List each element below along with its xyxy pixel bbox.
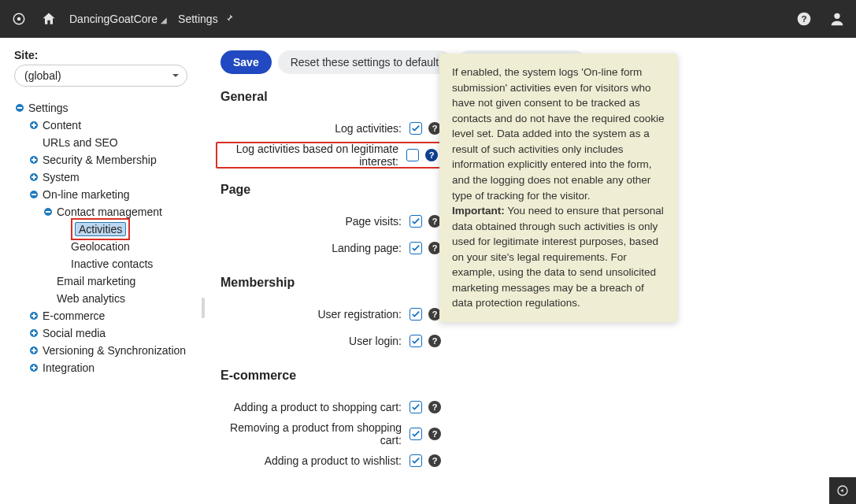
spacer-icon [43,293,54,304]
label-landing-page: Landing page: [220,242,409,254]
tree-label: Versioning & Synchronization [43,342,186,359]
tree-label: On-line marketing [43,186,130,203]
label-log-activities: Log activities: [220,122,409,135]
checkbox-page-visits[interactable] [409,215,422,228]
checkbox-landing-page[interactable] [409,242,422,254]
tooltip-important-label: Important: [452,205,505,217]
breadcrumb-site-label: DancingGoatCore [69,13,157,25]
checkbox-add-to-wishlist[interactable] [409,454,422,467]
checkbox-user-registration[interactable] [409,308,422,321]
expand-icon[interactable] [28,362,39,373]
spacer-icon [43,276,54,287]
checkbox-user-login[interactable] [409,335,422,347]
app-launcher-icon[interactable] [9,9,28,28]
tree-item-email-marketing[interactable]: Email marketing [14,272,192,290]
tree-label: Inactive contacts [71,255,153,272]
breadcrumb-page-label: Settings [178,13,218,25]
tree-label: URLs and SEO [43,134,118,151]
svg-point-1 [17,17,21,21]
section-title-ecommerce: E-commerce [220,369,837,383]
checkbox-log-legitimate-interest[interactable] [406,149,419,161]
expand-icon[interactable] [14,102,25,113]
tree-item-activities[interactable]: Activities [14,220,192,238]
expand-icon[interactable] [28,310,39,321]
help-icon[interactable]: ? [428,401,441,413]
expand-icon[interactable] [28,345,39,356]
tree-item-urls[interactable]: URLs and SEO [14,134,192,151]
spacer-icon [57,258,68,269]
site-selector[interactable]: (global) [14,65,187,87]
label-log-legitimate-interest: Log activities based on legitimate inter… [222,143,406,168]
sidebar: Site: (global) Settings Content URLs and… [0,38,202,504]
label-user-registration: User registration: [220,308,409,321]
caret-down-icon: ◢ [161,16,167,24]
tree-label: Email marketing [57,272,135,290]
svg-point-4 [834,13,839,19]
help-icon[interactable]: ? [795,9,813,28]
expand-icon[interactable] [28,172,39,183]
tree-item-integration[interactable]: Integration [14,359,192,376]
tree-label: Content [43,117,81,134]
tooltip-text-1: If enabled, the system logs 'On-line for… [452,66,664,202]
tree-label: Web analytics [57,290,125,307]
site-selector-label: Site: [14,49,192,61]
tree-item-versioning[interactable]: Versioning & Synchronization [14,342,192,359]
user-icon[interactable] [828,9,847,28]
main: Site: (global) Settings Content URLs and… [0,38,856,504]
row-add-to-cart: Adding a product to shopping cart: ? [220,394,837,421]
help-icon[interactable]: ? [428,335,441,347]
tree-item-online-marketing[interactable]: On-line marketing [14,186,192,203]
save-button[interactable]: Save [220,50,272,74]
tree-label: Security & Membership [43,151,157,169]
tree-item-ecommerce[interactable]: E-commerce [14,307,192,324]
help-icon[interactable]: ? [428,454,441,467]
tree-label: Social media [43,324,106,342]
home-icon[interactable] [39,9,58,28]
expand-icon[interactable] [28,154,39,165]
label-remove-from-cart: Removing a product from shopping cart: [220,421,409,447]
tree-label: System [43,169,80,186]
checkbox-add-to-cart[interactable] [409,401,422,413]
expand-icon[interactable] [28,328,39,339]
spacer-icon [57,241,68,252]
checkbox-log-activities[interactable] [409,122,422,135]
tree-item-content[interactable]: Content [14,117,192,134]
spacer-icon [57,224,68,235]
row-user-login: User login: ? [220,328,837,354]
tree-item-geolocation[interactable]: Geolocation [14,238,192,255]
panel-resize-handle[interactable] [202,298,205,318]
label-page-visits: Page visits: [220,215,409,228]
tree-item-web-analytics[interactable]: Web analytics [14,290,192,307]
pin-icon[interactable] [224,13,234,25]
tree-item-settings[interactable]: Settings [14,99,192,117]
floating-help-button[interactable] [829,477,856,504]
tree-label: Integration [43,359,94,376]
tree-item-security[interactable]: Security & Membership [14,151,192,169]
help-icon[interactable]: ? [425,149,438,161]
help-tooltip: If enabled, the system logs 'On-line for… [439,54,677,322]
expand-icon[interactable] [28,189,39,200]
tree-item-system[interactable]: System [14,169,192,186]
tree-label: Settings [28,99,69,117]
breadcrumb-page[interactable]: Settings [178,13,234,25]
reset-button[interactable]: Reset these settings to default [278,50,451,74]
tree-label: Geolocation [71,238,130,255]
site-selector-value: (global) [24,69,61,82]
breadcrumb-site[interactable]: DancingGoatCore ◢ [69,13,167,25]
topbar: DancingGoatCore ◢ Settings ? [0,0,856,38]
checkbox-remove-from-cart[interactable] [409,428,422,440]
help-icon[interactable]: ? [428,428,441,440]
expand-icon[interactable] [43,206,54,217]
label-add-to-cart: Adding a product to shopping cart: [220,401,409,413]
row-add-to-wishlist: Adding a product to wishlist: ? [220,447,837,474]
row-log-legitimate-interest: Log activities based on legitimate inter… [216,142,463,169]
tooltip-text-2: You need to ensure that personal data ob… [452,205,664,309]
row-remove-from-cart: Removing a product from shopping cart: ? [220,421,837,447]
expand-icon[interactable] [28,120,39,131]
tree-label-active: Activities [75,222,126,236]
settings-tree: Settings Content URLs and SEO Security &… [14,99,192,376]
tree-item-social-media[interactable]: Social media [14,324,192,342]
tree-item-inactive-contacts[interactable]: Inactive contacts [14,255,192,272]
svg-text:?: ? [801,13,806,24]
tree-label: E-commerce [43,307,105,324]
